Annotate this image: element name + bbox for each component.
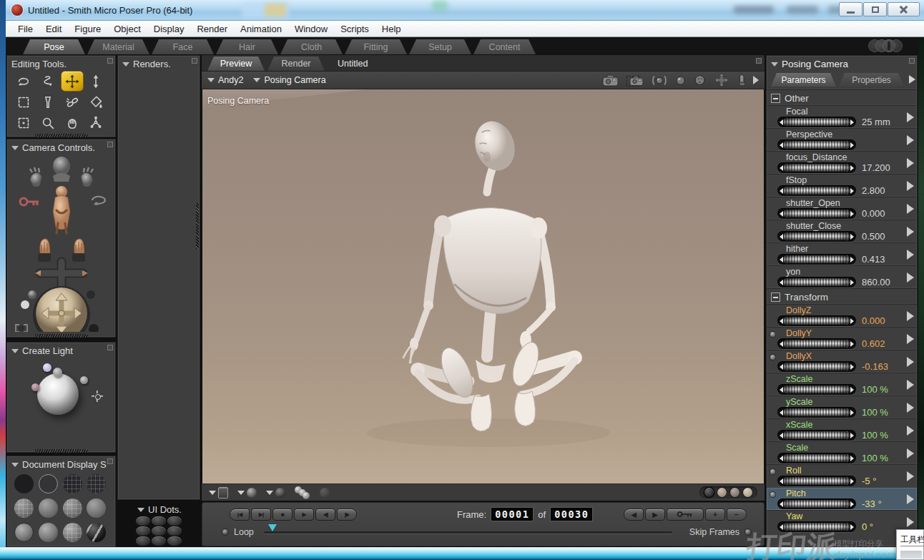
param-dial[interactable] <box>777 521 856 532</box>
collapse-minus-icon[interactable] <box>771 293 780 302</box>
close-button[interactable] <box>888 2 920 16</box>
param-menu-arrow[interactable] <box>907 517 914 527</box>
viewport-head-camera-icon[interactable] <box>693 74 707 87</box>
keyed-indicator-dot[interactable] <box>770 332 775 337</box>
transport-step-back[interactable]: ◀| <box>315 509 335 521</box>
translate-in-out-tool[interactable] <box>85 72 107 91</box>
transport-go-to-first-frame[interactable]: |◀ <box>230 509 250 521</box>
display-style-silhouette[interactable] <box>14 474 34 493</box>
display-style-flat-lined[interactable] <box>63 498 82 518</box>
tab-parameters[interactable]: Parameters <box>771 73 836 87</box>
param-menu-arrow[interactable] <box>907 181 914 191</box>
param-menu-arrow[interactable] <box>907 471 914 481</box>
playback-delete-keyframe[interactable]: − <box>727 509 747 521</box>
menu-object[interactable]: Object <box>107 21 147 36</box>
param-menu-arrow[interactable] <box>907 204 914 214</box>
panel-resize-grip[interactable] <box>35 134 88 137</box>
tab-content[interactable]: Content <box>473 39 536 54</box>
param-menu-arrow[interactable] <box>907 158 914 168</box>
param-menu-arrow[interactable] <box>907 357 914 367</box>
footer-lights-cluster[interactable] <box>295 486 310 499</box>
more-cameras-arrow-icon[interactable] <box>753 76 759 84</box>
rotate-tool[interactable] <box>13 72 34 91</box>
param-dial[interactable] <box>777 162 856 173</box>
ui-dot[interactable] <box>152 536 166 546</box>
param-menu-arrow[interactable] <box>907 311 914 321</box>
morphing-tool[interactable] <box>85 113 107 132</box>
menu-figure[interactable]: Figure <box>68 21 107 36</box>
collapse-triangle-icon[interactable] <box>771 62 778 67</box>
collapse-triangle-icon[interactable] <box>11 463 19 467</box>
panel-menu-box[interactable] <box>107 345 113 350</box>
param-menu-arrow[interactable] <box>907 334 914 344</box>
tab-face[interactable]: Face <box>152 39 214 54</box>
zoom-tool[interactable] <box>37 113 59 132</box>
transport-step-forward[interactable]: |▶ <box>337 509 357 521</box>
total-frames-counter[interactable]: 00030 <box>551 508 592 521</box>
title-bar[interactable]: Untitled - Smith Micro Poser Pro (64-bit… <box>6 0 924 21</box>
light-dot[interactable] <box>80 376 88 384</box>
param-menu-arrow[interactable] <box>907 494 914 504</box>
figure-selector[interactable]: Andy2 <box>207 75 243 85</box>
viewport-camera-icon[interactable] <box>601 74 619 87</box>
doc-tab-preview[interactable]: Preview <box>207 57 265 71</box>
skip-frames-toggle[interactable] <box>745 529 751 535</box>
param-menu-arrow[interactable] <box>907 448 914 458</box>
keyed-indicator-dot[interactable] <box>770 469 775 474</box>
display-style-cartoon-line[interactable] <box>14 523 34 542</box>
ui-dot[interactable] <box>167 536 182 546</box>
timeline-marker[interactable] <box>268 524 277 536</box>
param-menu-arrow[interactable] <box>907 380 914 390</box>
create-light-sun-icon[interactable] <box>92 390 103 402</box>
maximize-button[interactable] <box>863 2 887 16</box>
ui-dot[interactable] <box>136 516 150 526</box>
panel-menu-box[interactable] <box>107 58 113 64</box>
loop-toggle[interactable] <box>222 529 228 535</box>
chain-break-tool[interactable] <box>62 92 83 112</box>
display-style-flat-shaded[interactable] <box>39 498 58 518</box>
background-swatch[interactable] <box>704 488 714 497</box>
light-controls[interactable] <box>7 358 115 443</box>
viewport-hand-camera-icon[interactable] <box>737 74 747 87</box>
twist-tool[interactable] <box>37 72 59 91</box>
param-menu-arrow[interactable] <box>907 250 914 260</box>
light-dot[interactable] <box>43 363 51 372</box>
param-dial[interactable] <box>777 277 856 288</box>
camera-selector[interactable]: Posing Camera <box>253 75 325 85</box>
display-style-wireframe[interactable] <box>63 474 82 493</box>
footer-style-sphere[interactable] <box>237 488 257 498</box>
tab-hair[interactable]: Hair <box>216 39 278 54</box>
light-dot[interactable] <box>31 383 39 391</box>
display-style-texture-shaded[interactable] <box>87 523 106 542</box>
transport-stop[interactable]: ■ <box>272 509 293 521</box>
menu-file[interactable]: File <box>11 21 39 36</box>
param-dial[interactable] <box>777 185 856 196</box>
param-menu-arrow[interactable] <box>907 403 914 413</box>
collapse-triangle-icon[interactable] <box>11 349 19 353</box>
collapse-triangle-icon[interactable] <box>122 62 129 67</box>
timeline-scrubber[interactable] <box>264 531 672 534</box>
transport-play[interactable]: ▶ <box>294 509 314 521</box>
andy-figure[interactable] <box>202 89 764 483</box>
keyed-indicator-dot[interactable] <box>770 355 775 360</box>
display-style-lit-wireframe[interactable] <box>14 498 34 518</box>
panel-menu-box[interactable] <box>107 142 113 147</box>
current-frame-counter[interactable]: 00001 <box>491 508 533 521</box>
playback-previous-keyframe[interactable]: ◀ <box>624 509 644 521</box>
playback-next-keyframe[interactable]: ▶ <box>645 509 665 521</box>
param-dial[interactable] <box>777 208 856 219</box>
footer-page-dropdown[interactable] <box>209 487 228 498</box>
display-style-cartoon[interactable] <box>87 498 106 518</box>
tab-cloth[interactable]: Cloth <box>280 39 343 54</box>
panel-menu-box[interactable] <box>909 58 915 64</box>
viewport-ball-brackets-icon[interactable] <box>651 74 668 87</box>
light-dot[interactable] <box>53 368 62 377</box>
param-dial[interactable] <box>777 254 856 265</box>
corner-tooltip-popup[interactable]: 工具栏 <box>896 529 924 560</box>
background-swatch[interactable] <box>717 488 727 497</box>
param-dial[interactable] <box>777 476 856 486</box>
column-resize-grip[interactable] <box>196 203 199 249</box>
display-style-smooth-shaded[interactable] <box>39 523 58 542</box>
param-dial[interactable] <box>777 407 856 418</box>
display-style-smooth-lined[interactable] <box>63 523 82 542</box>
